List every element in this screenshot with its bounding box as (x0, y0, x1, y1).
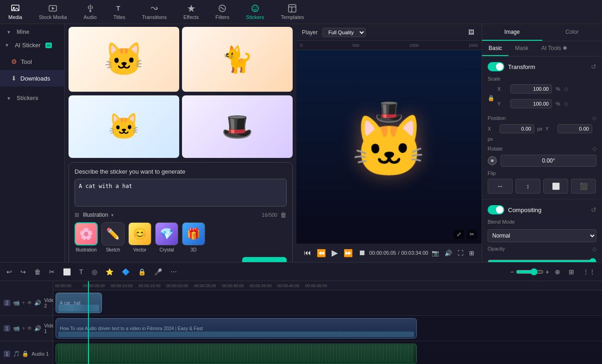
text-btn[interactable]: T (76, 266, 86, 277)
play-btn[interactable]: ▶ (330, 246, 340, 260)
generate-input[interactable]: A cat with a hat (75, 179, 287, 207)
track-video2-camera-icon[interactable]: 📹 (13, 300, 20, 306)
volume-slider[interactable] (516, 268, 544, 276)
flip-3-btn[interactable]: ⬜ (543, 179, 568, 194)
audio1-clip[interactable] (56, 344, 417, 364)
more-btn[interactable]: ⊞ (467, 248, 476, 258)
nav-transitions[interactable]: Transitions (134, 0, 175, 24)
sticker-btn[interactable]: ⭐ (103, 266, 116, 277)
transform-section: Transform ↺ Scale 🔒 X % ◇ Y (482, 56, 602, 200)
stop-btn[interactable]: ⏹ (357, 247, 368, 259)
sticker-card-4[interactable]: 🎩 (182, 95, 293, 158)
pos-y-input[interactable] (558, 124, 592, 133)
screenshot-btn[interactable]: 🖼 (466, 27, 476, 38)
tool-tab-ai-tools[interactable]: AI Tools ✱ (535, 41, 574, 56)
track-video1-eye-icon[interactable]: 👁 (27, 325, 32, 332)
track-video2-add-icon[interactable]: + (22, 300, 25, 306)
nav-effects[interactable]: Effects (175, 0, 207, 24)
volume-btn[interactable]: 🔊 (443, 248, 454, 258)
skip-back-btn[interactable]: ⏮ (302, 247, 313, 259)
compositing-toggle[interactable] (488, 205, 504, 214)
quality-select[interactable]: Full Quality 1/2 Quality 1/4 Quality (322, 28, 366, 37)
track-video1-add-icon[interactable]: + (22, 325, 25, 332)
redo-btn[interactable]: ↪ (18, 266, 29, 277)
undo-btn[interactable]: ↩ (4, 266, 15, 277)
style-sketch[interactable]: ✏️ Sketch (101, 222, 125, 252)
scale-y-input[interactable] (510, 99, 552, 108)
play-back-btn[interactable]: ⏪ (315, 247, 328, 259)
split-btn[interactable]: ✂ (46, 266, 57, 277)
sidebar-item-tool[interactable]: ⚙ Tool (0, 53, 64, 70)
sidebar-item-downloads[interactable]: ⬇ Downloads (0, 70, 64, 87)
flip-v-btn[interactable]: ↕ (515, 179, 540, 194)
lock-btn[interactable]: 🔒 (135, 266, 149, 277)
delete-btn[interactable]: 🗑 (31, 266, 44, 277)
tab-image[interactable]: Image (482, 24, 542, 41)
scale-y-reset[interactable]: ◇ (564, 100, 568, 107)
generate-button[interactable]: Generate (242, 257, 287, 262)
video2-clip[interactable]: A cat...hat (56, 293, 102, 313)
style-vector[interactable]: 😊 Vector (128, 222, 151, 252)
transform-reset-icon[interactable]: ↺ (591, 63, 596, 70)
track-video1-camera-icon[interactable]: 📹 (13, 325, 20, 332)
sticker-card-1[interactable]: 🐱 (69, 27, 179, 92)
nav-audio[interactable]: Audio (75, 0, 105, 24)
video1-clip[interactable]: How To use Audio driven text to a video … (56, 318, 417, 339)
shape-btn[interactable]: 🔷 (119, 266, 132, 277)
crop-timeline-btn[interactable]: ⬜ (60, 266, 74, 277)
nav-titles[interactable]: T Titles (105, 0, 134, 24)
playhead[interactable] (88, 281, 89, 364)
pos-x-input[interactable] (500, 124, 534, 133)
rotate-label: Rotate (488, 146, 502, 151)
opacity-reset-icon[interactable]: ◇ (592, 246, 596, 252)
tab-color[interactable]: Color (542, 24, 602, 41)
style-illustration[interactable]: 🌸 Illustration (75, 222, 98, 252)
flip-4-btn[interactable]: ⬛ (571, 179, 596, 194)
track-video1-volume-icon[interactable]: 🔊 (34, 325, 41, 332)
rotate-input[interactable] (501, 155, 596, 167)
sticker-card-2[interactable]: 🐈 (182, 27, 293, 92)
layout-btn[interactable]: ⋮⋮ (580, 266, 598, 277)
track-audio1-music-icon[interactable]: 🎵 (13, 351, 20, 357)
voice-btn[interactable]: 🎤 (151, 266, 165, 277)
clear-button[interactable]: 🗑 (280, 211, 287, 219)
tool-tab-mask[interactable]: Mask (508, 41, 535, 56)
expand-preview-btn[interactable]: ⤢ (454, 230, 464, 239)
track-number-audio1: 1 (4, 351, 10, 357)
crop-btn[interactable]: ✂ (467, 230, 477, 239)
tool-tab-basic[interactable]: Basic (482, 41, 508, 56)
blend-mode-select[interactable]: Normal Multiply Screen Overlay (488, 229, 596, 242)
nav-stickers[interactable]: Stickers (238, 0, 272, 24)
track-row-video2: A cat...hat (53, 290, 602, 316)
nav-filters[interactable]: Filters (207, 0, 238, 24)
flip-h-btn[interactable]: ↔ (488, 179, 513, 194)
grid-btn[interactable]: ⊞ (566, 266, 577, 277)
playback-controls: ⏮ ⏪ ▶ ⏩ ⏹ 00:00:05:05 / 00:03:34:00 📷 🔊 … (296, 244, 482, 262)
rotate-wheel[interactable] (488, 156, 497, 165)
track-audio1-lock-icon[interactable]: 🔒 (22, 351, 29, 357)
compositing-reset-icon[interactable]: ↺ (591, 206, 596, 213)
rotate-reset-icon[interactable]: ◇ (592, 145, 596, 152)
nav-templates[interactable]: Templates (272, 0, 312, 24)
sticker-card-3[interactable]: 🐱 (69, 95, 179, 158)
fullscreen-btn[interactable]: ⛶ (456, 248, 465, 258)
circle-btn[interactable]: ◎ (89, 266, 100, 277)
skip-forward-btn[interactable]: ⏩ (342, 247, 355, 259)
snapshot-btn[interactable]: 📷 (430, 248, 441, 258)
scale-lock-icon[interactable]: 🔒 (488, 95, 495, 101)
track-video2-eye-icon[interactable]: 👁 (27, 300, 32, 306)
scale-x-reset[interactable]: ◇ (564, 86, 568, 92)
nav-media[interactable]: Media (0, 0, 31, 24)
style-crystal[interactable]: 💎 Crystal (155, 222, 178, 252)
zoom-in-btn[interactable]: ⊕ (552, 266, 563, 277)
more-btn-timeline[interactable]: ⋯ (168, 266, 180, 277)
tool-tabs: Basic Mask AI Tools ✱ (482, 41, 602, 56)
track-video2-volume-icon[interactable]: 🔊 (34, 300, 41, 306)
position-reset-icon[interactable]: ◇ (592, 115, 596, 121)
opacity-slider[interactable] (488, 258, 596, 262)
transform-toggle[interactable] (488, 62, 504, 71)
sidebar-section-ai-sticker[interactable]: ▼ AI Sticker AI (0, 37, 64, 53)
style-3d[interactable]: 🎁 3D (182, 222, 205, 252)
scale-x-input[interactable] (510, 84, 552, 94)
nav-stock-media[interactable]: Stock Media (31, 0, 75, 24)
